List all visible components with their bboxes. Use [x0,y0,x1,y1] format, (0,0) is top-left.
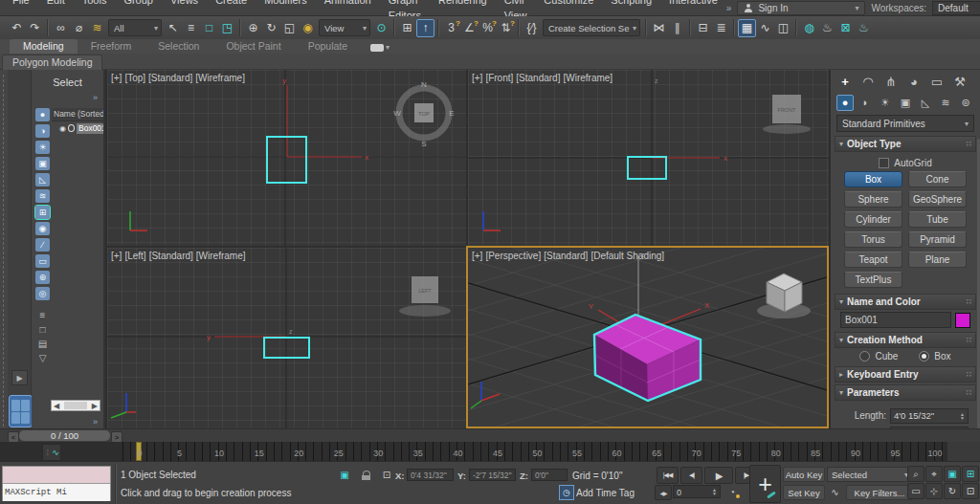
viewport-top[interactable]: [+] [Top] [Standard] [Wireframe] y x TOP… [107,70,466,246]
tab-display[interactable]: ▭ [926,72,947,91]
track-bar[interactable]: 0510152025303540455055606570758085909510… [0,442,980,461]
name-color-header[interactable]: ▾ Name and Color ∷ [835,294,976,310]
explorer-blank-tool-icon[interactable]: □ [39,324,45,335]
toolbar-overflow-chevron[interactable]: » [726,3,732,13]
filter-lights-icon[interactable]: ☀ [35,141,50,154]
primitive-category-dropdown[interactable]: Standard Primitives ▾ [836,115,974,132]
viewport-left[interactable]: [+] [Left] [Standard] [Wireframe] y z LE… [107,248,466,428]
object-type-button[interactable]: GeoSphere [908,191,967,208]
key-filters-button[interactable]: Key Filters... [846,485,913,500]
object-type-button[interactable]: Teapot [844,252,902,268]
explorer-filter-tool-icon[interactable]: ▽ [39,353,47,363]
region-rect-button[interactable]: □ [200,19,218,37]
viewport-menu-shading[interactable]: [Wireframe] [196,251,246,261]
zoom-button[interactable]: ⌕ [907,466,924,482]
object-type-button[interactable]: Sphere [844,191,902,208]
viewport-front[interactable]: [+] [Front] [Standard] [Wireframe] z x F… [468,70,829,246]
object-type-button[interactable]: TextPlus [844,272,902,288]
object-type-button[interactable]: Plane [908,252,967,268]
filter-shapes-icon[interactable]: ◑ [35,124,50,138]
viewport-menu-pov[interactable]: [Top] [124,73,145,83]
tab-modify[interactable]: ◠ [858,72,879,91]
schematic-view-button[interactable]: ◫ [774,19,792,37]
select-place-button[interactable]: ◉ [299,19,317,37]
category-shapes-icon[interactable]: ◗ [857,95,874,111]
ribbon-tab-selection[interactable]: Selection [145,39,212,54]
z-coord-field[interactable]: 0'0" [531,469,568,481]
object-name[interactable]: Box001 [77,123,103,134]
viewport-menu-shading[interactable]: [Wireframe] [195,73,245,83]
scroll-left-arrow[interactable]: ◀ [54,402,59,410]
ribbon-toggle-button[interactable]: ▦ [738,19,756,37]
filter-particles-icon[interactable]: ⊛ [35,271,50,284]
category-geometry-icon[interactable]: ● [836,95,854,111]
zoom-extents-button[interactable]: ▣ [944,466,961,482]
category-lights-icon[interactable]: ☀ [877,95,894,111]
selection-filter-dropdown[interactable]: All▾ [108,19,162,36]
rendered-frame-button[interactable]: ⊠ [836,19,855,37]
object-type-button[interactable]: Box [844,171,902,187]
current-frame-field[interactable]: 0 ▲▼ [673,485,721,498]
tab-motion[interactable]: ◕ [903,72,924,91]
coord-system-dropdown[interactable]: View▾ [319,19,370,36]
edit-named-sets-button[interactable]: {∕} [523,19,541,37]
viewport-menu-standard[interactable]: [Standard] [544,251,588,261]
spinner-arrows[interactable]: ▲▼ [712,486,717,497]
tab-hierarchy[interactable]: ⋔ [880,72,902,91]
zoom-extents-all-button[interactable]: ⊞ [962,466,979,482]
zoom-region-button[interactable]: ▭ [907,483,924,499]
object-type-button[interactable]: Cone [908,171,967,187]
viewcube-left[interactable]: LEFT [399,276,451,317]
absolute-offset-toggle[interactable]: ⊡ [379,468,394,482]
tab-utilities[interactable]: ⚒ [949,72,970,91]
viewport-menu-standard[interactable]: [Standard] [149,251,193,261]
select-link-button[interactable]: ∞ [52,19,70,37]
viewport-menu-pov[interactable]: [Left] [124,251,145,261]
viewport-perspective[interactable]: [+] [Perspective] [Standard] [Default Sh… [468,248,827,427]
undo-button[interactable]: ↶ [8,19,26,37]
select-scale-button[interactable]: ◱ [280,19,299,37]
object-type-header[interactable]: ▾ Object Type ∷ [835,136,976,152]
select-rotate-button[interactable]: ↻ [262,19,280,37]
orbit-button[interactable]: ↻ [944,483,961,499]
use-center-button[interactable]: ⊙ [372,19,390,37]
set-keys-button[interactable]: + [749,465,781,503]
viewport-menu-standard[interactable]: [Standard] [148,73,192,83]
filter-groups-icon[interactable]: ⊞ [35,206,50,219]
creation-method-cube-radio[interactable]: Cube [859,351,898,362]
viewport-menu-general[interactable]: [+] [472,251,482,261]
polygon-modeling-panel-tab[interactable]: Polygon Modeling [2,55,102,70]
kbd-override-button[interactable]: ↑ [416,19,434,37]
viewport-menu-general[interactable]: [+] [472,73,482,83]
key-selection-set-dropdown[interactable]: Selected ▾ [827,467,913,482]
panel-expand-button[interactable]: ▶ [11,370,28,385]
name-column-header[interactable]: Name (Sorted A [52,108,103,121]
prev-frame-button[interactable]: ◀| [680,467,702,484]
viewport-layout-tab[interactable] [9,395,33,427]
select-move-button[interactable]: ⊕ [244,19,262,37]
object-type-button[interactable]: Tube [908,211,967,228]
time-configuration-button[interactable]: ◔ [724,485,740,498]
maximize-viewport-button[interactable]: ⊡ [962,483,979,499]
scene-explorer-button[interactable]: ⊟ [694,19,712,37]
creation-method-box-radio[interactable]: Box [919,351,950,362]
object-type-button[interactable]: Cylinder [844,211,902,228]
time-slider-handle[interactable]: 0 / 100 [19,430,110,441]
go-to-start-button[interactable]: |◀◀ [657,467,679,484]
mirror-button[interactable]: ⋈ [650,19,668,37]
ribbon-tab-populate[interactable]: Populate [295,39,361,54]
tab-create[interactable]: + [835,72,856,91]
viewport-menu-general[interactable]: [+] [111,251,122,261]
viewport-menu-shading[interactable]: [Default Shading] [590,251,664,261]
autogrid-checkbox[interactable] [879,158,889,168]
length-field[interactable]: 4'0 15/32" ▲▼ [890,408,969,424]
scroll-thumb[interactable] [64,402,87,409]
key-mode-toggle[interactable]: ◀▶ [655,485,672,500]
explorer-hscrollbar[interactable]: ◀ ▶ [51,400,100,411]
object-type-button[interactable]: Pyramid [908,231,967,248]
add-time-tag-icon[interactable]: ◷ [559,485,574,500]
selection-lock-toggle[interactable] [358,468,373,482]
layer-explorer-button[interactable]: ≣ [712,19,730,37]
viewcube-front[interactable]: FRONT [763,95,811,134]
default-in-out-tangents-button[interactable]: ∿ [827,485,843,499]
